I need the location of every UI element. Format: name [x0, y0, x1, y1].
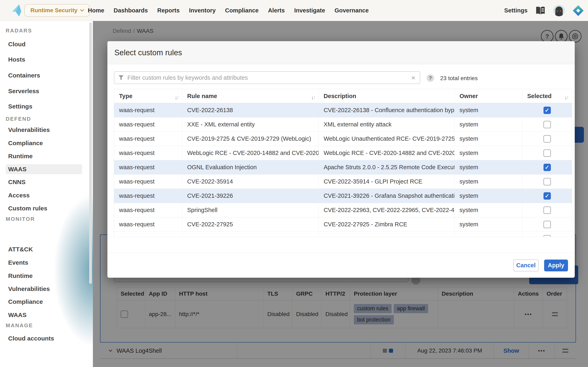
nav-compliance[interactable]: Compliance [225, 7, 259, 14]
cancel-button[interactable]: Cancel [513, 259, 539, 271]
filter-input-wrap: × [114, 71, 420, 84]
sidebar-item-custom-rules[interactable]: Custom rules [8, 205, 47, 212]
sidebar-item-runtime[interactable]: Runtime [8, 153, 33, 160]
chevron-down-icon [80, 8, 84, 12]
row-checkbox[interactable] [544, 178, 551, 185]
row-checkbox[interactable] [544, 235, 551, 237]
nav-dashboards[interactable]: Dashboards [114, 7, 148, 14]
sidebar: RADARS Cloud Hosts Containers Serverless… [0, 21, 93, 367]
docs-book-icon[interactable] [535, 6, 545, 15]
sidebar-item-attck[interactable]: ATT&CK [8, 246, 33, 253]
nav-reports[interactable]: Reports [157, 7, 180, 14]
select-custom-rules-modal: Select custom rules × ? 23 total entries… [107, 41, 575, 278]
table-row[interactable]: waas-request WebLogic RCE - CVE-2020-148… [114, 146, 572, 160]
row-checkbox[interactable] [544, 221, 551, 228]
row-checkbox[interactable] [544, 192, 551, 200]
nav-investigate[interactable]: Investigate [294, 7, 325, 14]
clear-filter-icon[interactable]: × [407, 74, 420, 82]
table-row[interactable]: waas-request CVE-2021-39226 CVE-2021-392… [114, 189, 572, 203]
paloalto-logo-icon[interactable] [10, 4, 23, 17]
sidebar-scrollbar[interactable] [89, 22, 92, 284]
modal-footer: Cancel Apply [107, 253, 575, 278]
product-switcher[interactable]: Runtime Security [24, 4, 90, 17]
sidebar-item-vulnerabilities-monitor[interactable]: Vulnerabilities [8, 285, 50, 292]
user-avatar[interactable] [553, 5, 565, 16]
col-description[interactable]: Description [319, 89, 454, 103]
custom-rules-table-header: Type ↓↑ Rule name ↓↑ Description Owner S… [114, 89, 572, 103]
top-nav: Home Dashboards Reports Inventory Compli… [88, 0, 369, 21]
header-right-cluster: Settings [504, 0, 584, 21]
nav-home[interactable]: Home [88, 7, 104, 14]
table-row[interactable]: waas-request CVE-2022-26138 CVE-2022-261… [114, 103, 572, 117]
sidebar-item-vulnerabilities[interactable]: Vulnerabilities [8, 126, 50, 133]
row-checkbox[interactable] [544, 207, 551, 214]
sidebar-item-hosts[interactable]: Hosts [8, 56, 25, 63]
nav-alerts[interactable]: Alerts [268, 7, 285, 14]
sidebar-item-containers[interactable]: Containers [8, 72, 40, 79]
sidebar-heading-monitor: MONITOR [6, 216, 35, 222]
nav-inventory[interactable]: Inventory [189, 7, 216, 14]
modal-help-icon[interactable]: ? [427, 75, 434, 82]
row-checkbox[interactable] [544, 121, 551, 128]
sidebar-item-compliance[interactable]: Compliance [8, 140, 43, 147]
sort-icon[interactable]: ↓↑ [564, 92, 569, 103]
sidebar-item-waas-monitor[interactable]: WAAS [8, 312, 26, 318]
sidebar-item-cloud-accounts[interactable]: Cloud accounts [8, 335, 54, 342]
product-switcher-label: Runtime Security [30, 7, 77, 14]
sidebar-item-serverless[interactable]: Serverless [8, 88, 39, 95]
sidebar-item-events[interactable]: Events [8, 259, 28, 266]
sort-icon[interactable]: ↓↑ [175, 92, 179, 103]
filter-funnel-icon [118, 75, 124, 80]
table-row[interactable]: waas-request CVE-2022-35914 CVE-2022-359… [114, 175, 572, 189]
prisma-cloud-logo-icon[interactable] [572, 5, 584, 16]
sidebar-item-compliance-monitor[interactable]: Compliance [8, 298, 43, 305]
sidebar-item-cloud[interactable]: Cloud [8, 41, 26, 48]
sidebar-item-access[interactable]: Access [8, 192, 30, 199]
total-entries-label: 23 total entries [440, 75, 478, 82]
sidebar-heading-manage: MANAGE [6, 322, 33, 329]
table-row[interactable]: waas-request CVE-2019-2725 & CVE-2019-27… [114, 132, 572, 146]
filter-custom-rules-input[interactable] [127, 72, 407, 83]
sidebar-item-settings[interactable]: Settings [8, 103, 32, 110]
sidebar-item-cnns[interactable]: CNNS [8, 179, 26, 185]
row-checkbox[interactable] [544, 107, 551, 114]
sidebar-item-waas[interactable]: WAAS [8, 166, 26, 173]
nav-settings[interactable]: Settings [504, 7, 527, 14]
col-type[interactable]: Type ↓↑ [114, 89, 182, 103]
table-row[interactable]: waas-request CVE-2022-27925 CVE-2022-279… [114, 217, 572, 232]
top-header: Runtime Security Home Dashboards Reports… [0, 0, 588, 21]
nav-governance[interactable]: Governance [334, 7, 369, 14]
row-checkbox[interactable] [544, 164, 551, 171]
col-rule-name[interactable]: Rule name ↓↑ [182, 89, 319, 103]
table-row[interactable]: waas-request XXE - XML external entity X… [114, 117, 572, 132]
table-row[interactable]: waas-request OGNL Evaluation Injection A… [114, 160, 572, 175]
sidebar-heading-defend: DEFEND [6, 116, 31, 122]
apply-button[interactable]: Apply [544, 259, 568, 271]
table-row-partial[interactable] [114, 232, 572, 237]
row-checkbox[interactable] [544, 150, 551, 157]
sort-icon[interactable]: ↓↑ [311, 92, 316, 103]
modal-title: Select custom rules [114, 48, 182, 57]
row-checkbox[interactable] [544, 135, 551, 142]
sidebar-heading-radars: RADARS [6, 27, 32, 34]
table-row[interactable]: waas-request SpringShell CVE-2022-22963,… [114, 203, 572, 217]
sidebar-item-runtime-monitor[interactable]: Runtime [8, 272, 33, 279]
col-owner[interactable]: Owner [455, 89, 522, 103]
modal-header: Select custom rules [107, 41, 575, 64]
custom-rules-table: Type ↓↑ Rule name ↓↑ Description Owner S… [114, 89, 572, 237]
col-selected[interactable]: Selected ↓↑ [522, 89, 572, 103]
